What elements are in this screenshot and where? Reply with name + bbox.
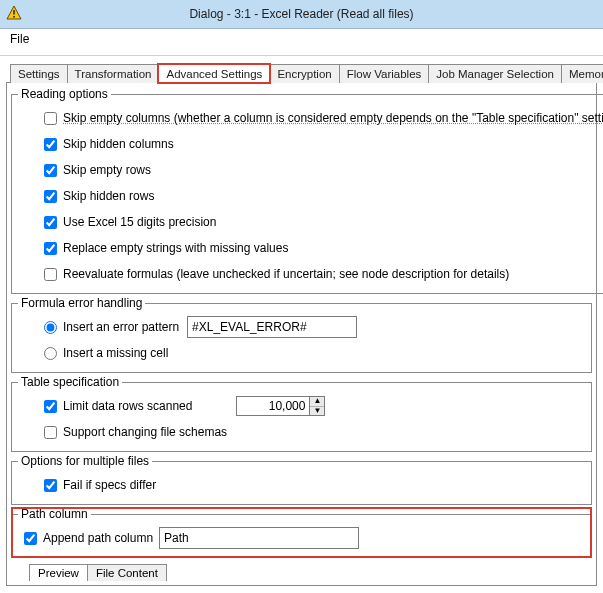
- tab-job-manager[interactable]: Job Manager Selection: [428, 64, 562, 83]
- tab-encryption[interactable]: Encryption: [269, 64, 339, 83]
- checkbox-skip-hidden-rows[interactable]: [44, 190, 57, 203]
- input-error-pattern[interactable]: [187, 316, 357, 338]
- window-title: Dialog - 3:1 - Excel Reader (Read all fi…: [189, 7, 413, 21]
- svg-rect-1: [13, 10, 15, 15]
- spinner-limit-rows[interactable]: ▲ ▼: [236, 396, 325, 416]
- checkbox-append-path[interactable]: [24, 532, 37, 545]
- menu-file[interactable]: File: [4, 31, 35, 47]
- group-path-column: Path column Append path column: [11, 507, 592, 558]
- radio-insert-error-pattern[interactable]: [44, 321, 57, 334]
- checkbox-excel-15-digits[interactable]: [44, 216, 57, 229]
- label-append-path: Append path column: [43, 531, 153, 545]
- label-fail-if-differ: Fail if specs differ: [63, 478, 156, 492]
- tab-transformation[interactable]: Transformation: [67, 64, 160, 83]
- tab-flow-variables[interactable]: Flow Variables: [339, 64, 430, 83]
- checkbox-limit-rows[interactable]: [44, 400, 57, 413]
- spinner-buttons[interactable]: ▲ ▼: [309, 397, 324, 415]
- row-replace-empty: Replace empty strings with missing value…: [18, 235, 603, 261]
- row-skip-empty-columns: Skip empty columns (whether a column is …: [18, 105, 603, 131]
- tab-panel: Reading options Skip empty columns (whet…: [6, 82, 597, 586]
- preview-tab-file-content[interactable]: File Content: [87, 564, 167, 581]
- checkbox-skip-empty-columns[interactable]: [44, 112, 57, 125]
- legend-path-column: Path column: [18, 507, 91, 521]
- titlebar: Dialog - 3:1 - Excel Reader (Read all fi…: [0, 0, 603, 29]
- dialog-window: Dialog - 3:1 - Excel Reader (Read all fi…: [0, 0, 603, 593]
- group-formula-error: Formula error handling Insert an error p…: [11, 296, 592, 373]
- row-skip-empty-rows: Skip empty rows: [18, 157, 603, 183]
- legend-table-spec: Table specification: [18, 375, 122, 389]
- app-warning-icon: [6, 5, 22, 21]
- label-skip-empty-columns: Skip empty columns (whether a column is …: [63, 111, 603, 125]
- spinner-down-icon[interactable]: ▼: [310, 407, 324, 416]
- label-support-changing: Support changing file schemas: [63, 425, 227, 439]
- label-reevaluate: Reevaluate formulas (leave unchecked if …: [63, 267, 509, 281]
- checkbox-fail-if-differ[interactable]: [44, 479, 57, 492]
- group-reading-options: Reading options Skip empty columns (whet…: [11, 87, 603, 294]
- preview-tab-strip: Preview File Content: [29, 564, 592, 581]
- checkbox-support-changing[interactable]: [44, 426, 57, 439]
- legend-multiple-files: Options for multiple files: [18, 454, 152, 468]
- row-support-changing: Support changing file schemas: [18, 419, 585, 445]
- row-limit-rows: Limit data rows scanned ▲ ▼: [18, 393, 585, 419]
- input-path-column-name[interactable]: [159, 527, 359, 549]
- row-excel-15-digits: Use Excel 15 digits precision: [18, 209, 603, 235]
- legend-formula-error: Formula error handling: [18, 296, 145, 310]
- tab-settings[interactable]: Settings: [10, 64, 68, 83]
- label-insert-missing-cell: Insert a missing cell: [63, 346, 168, 360]
- preview-tab-preview[interactable]: Preview: [29, 564, 88, 581]
- row-skip-hidden-rows: Skip hidden rows: [18, 183, 603, 209]
- content-area: Settings Transformation Advanced Setting…: [0, 56, 603, 586]
- row-fail-if-differ: Fail if specs differ: [18, 472, 585, 498]
- group-multiple-files: Options for multiple files Fail if specs…: [11, 454, 592, 505]
- row-reevaluate: Reevaluate formulas (leave unchecked if …: [18, 261, 603, 287]
- row-skip-hidden-columns: Skip hidden columns: [18, 131, 603, 157]
- group-table-spec: Table specification Limit data rows scan…: [11, 375, 592, 452]
- row-insert-error-pattern: Insert an error pattern: [18, 314, 585, 340]
- checkbox-replace-empty[interactable]: [44, 242, 57, 255]
- label-insert-error-pattern: Insert an error pattern: [63, 320, 179, 334]
- label-replace-empty: Replace empty strings with missing value…: [63, 241, 288, 255]
- input-limit-rows-value[interactable]: [237, 397, 309, 415]
- row-append-path: Append path column: [18, 525, 585, 551]
- menubar: File: [0, 29, 603, 56]
- label-skip-hidden-columns: Skip hidden columns: [63, 137, 174, 151]
- label-skip-hidden-rows: Skip hidden rows: [63, 189, 154, 203]
- row-insert-missing-cell: Insert a missing cell: [18, 340, 585, 366]
- legend-reading-options: Reading options: [18, 87, 111, 101]
- tab-strip: Settings Transformation Advanced Setting…: [10, 64, 597, 83]
- checkbox-reevaluate[interactable]: [44, 268, 57, 281]
- radio-insert-missing-cell[interactable]: [44, 347, 57, 360]
- checkbox-skip-empty-rows[interactable]: [44, 164, 57, 177]
- tab-memory-policy[interactable]: Memory Policy: [561, 64, 603, 83]
- checkbox-skip-hidden-columns[interactable]: [44, 138, 57, 151]
- label-limit-rows: Limit data rows scanned: [63, 399, 192, 413]
- label-skip-empty-rows: Skip empty rows: [63, 163, 151, 177]
- svg-rect-2: [13, 16, 15, 18]
- label-excel-15-digits: Use Excel 15 digits precision: [63, 215, 216, 229]
- tab-advanced-settings[interactable]: Advanced Settings: [158, 64, 270, 83]
